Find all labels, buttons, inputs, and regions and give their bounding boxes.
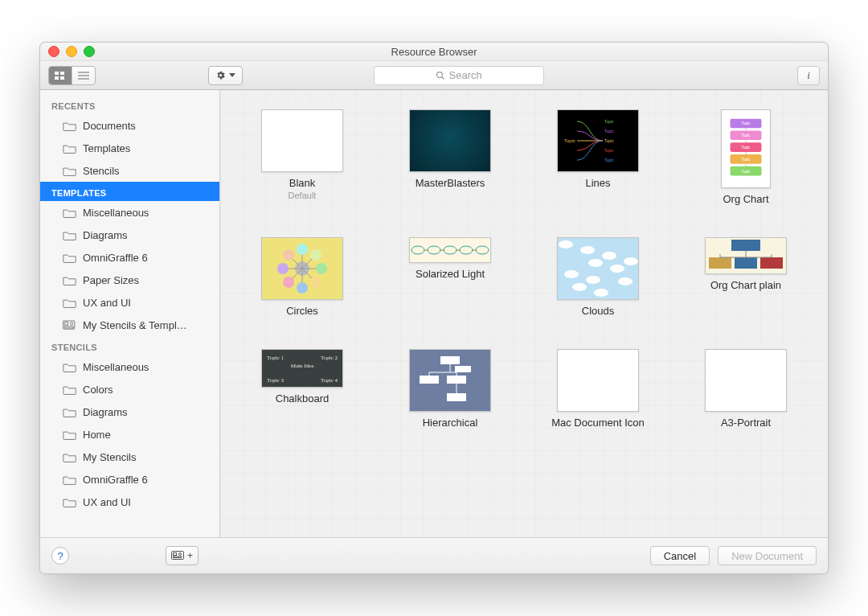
folder-icon	[63, 143, 76, 154]
template-thumbnail	[557, 237, 639, 300]
action-menu-button[interactable]	[208, 66, 243, 85]
folder-icon	[63, 298, 76, 308]
template-thumbnail	[409, 109, 491, 172]
svg-rect-3	[60, 76, 64, 80]
svg-point-8	[436, 72, 442, 77]
gear-icon	[215, 70, 226, 80]
svg-point-57	[444, 246, 457, 254]
svg-text:Topic: Topic	[604, 148, 614, 153]
template-label: Solarized Light	[416, 268, 485, 280]
template-thumbnail	[557, 349, 639, 412]
minimize-window-icon[interactable]	[66, 46, 77, 57]
template-label: Clouds	[582, 305, 614, 317]
sidebar-item[interactable]: Diagrams	[40, 224, 219, 246]
template-item[interactable]: Topic TopicTopicTopicTopicTopic Lines	[538, 109, 657, 205]
template-item[interactable]: TopicTopicTopicTopicTopicOrg Chart	[686, 109, 805, 205]
sidebar-item-label: My Stencils	[83, 451, 136, 463]
info-button[interactable]: i	[797, 66, 820, 85]
sidebar-item[interactable]: Templates	[40, 137, 219, 159]
sidebar-item[interactable]: OmniGraffle 6	[40, 468, 219, 491]
svg-point-65	[610, 265, 624, 273]
sidebar-item[interactable]: My Stencils & Templ…	[40, 314, 219, 336]
plus-icon: +	[187, 550, 193, 561]
cancel-button[interactable]: Cancel	[650, 546, 710, 565]
sidebar-item[interactable]: My Stencils	[40, 446, 219, 468]
svg-point-55	[411, 246, 424, 254]
zoom-window-icon[interactable]	[84, 46, 95, 57]
help-button[interactable]: ?	[51, 547, 69, 565]
sidebar-section-header[interactable]: TEMPLATES	[40, 182, 219, 201]
svg-text:Topic: Topic	[604, 119, 614, 124]
svg-rect-86	[455, 366, 471, 372]
svg-point-63	[618, 277, 633, 285]
add-stencil-button[interactable]: +	[166, 546, 199, 565]
template-item[interactable]: A3-Portrait	[686, 349, 805, 429]
template-label: Hierarchical	[423, 417, 478, 429]
sidebar-section-header[interactable]: RECENTS	[40, 95, 219, 114]
template-item[interactable]: Solarized Light	[391, 237, 510, 317]
folder-icon	[63, 407, 76, 417]
titlebar: Resource Browser	[40, 43, 828, 61]
list-view-icon	[78, 72, 89, 80]
template-sublabel: Default	[289, 191, 317, 200]
svg-text:Topic: Topic	[742, 146, 751, 150]
sidebar-item-label: Diagrams	[83, 406, 128, 418]
folder-icon	[63, 230, 76, 240]
sidebar-item[interactable]: Diagrams	[40, 400, 219, 423]
svg-point-42	[297, 282, 308, 294]
template-item[interactable]: BlankDefault	[243, 109, 362, 205]
svg-point-62	[588, 259, 603, 267]
svg-text:Topic: Topic	[742, 133, 751, 138]
template-item[interactable]: Hierarchical	[391, 349, 510, 429]
search-icon	[436, 71, 445, 80]
svg-point-44	[283, 277, 294, 288]
template-item[interactable]: Org Chart plain	[686, 237, 805, 317]
grid-view-icon	[55, 72, 66, 80]
svg-point-70	[624, 257, 638, 265]
folder-icon	[63, 166, 76, 176]
folder-icon	[63, 384, 76, 395]
search-placeholder: Search	[449, 69, 482, 81]
sidebar-section-header[interactable]: STENCILS	[40, 336, 219, 355]
sidebar-item[interactable]: Stencils	[40, 159, 219, 182]
sidebar-item[interactable]: Miscellaneous	[40, 355, 219, 378]
template-grid-area: BlankDefaultMasterBlasters Topic TopicTo…	[220, 90, 828, 537]
folder-icon	[63, 362, 76, 372]
sidebar-item[interactable]: Paper Sizes	[40, 269, 219, 291]
svg-point-38	[316, 263, 327, 274]
template-item[interactable]: MasterBlasters	[391, 109, 510, 205]
template-thumbnail	[409, 237, 491, 263]
sidebar-item[interactable]: Documents	[40, 114, 219, 137]
sidebar-item[interactable]: Miscellaneous	[40, 201, 219, 224]
sidebar-item[interactable]: UX and UI	[40, 491, 219, 513]
sidebar-item-label: UX and UI	[83, 297, 131, 309]
search-input[interactable]: Search	[374, 66, 544, 85]
svg-point-69	[594, 289, 608, 297]
sidebar-item[interactable]: Colors	[40, 378, 219, 400]
window-title: Resource Browser	[391, 46, 477, 58]
template-label: Org Chart plain	[710, 279, 781, 291]
template-item[interactable]: Clouds	[538, 237, 657, 317]
chevron-down-icon	[229, 73, 235, 77]
svg-rect-73	[731, 240, 760, 251]
template-item[interactable]: Main IdeaTopic 1Topic 2Topic 3Topic 4Cha…	[243, 349, 362, 429]
svg-rect-93	[174, 552, 177, 555]
svg-text:Topic: Topic	[604, 158, 614, 162]
template-item[interactable]: Mac Document Icon	[538, 349, 657, 429]
template-label: Org Chart	[723, 193, 768, 205]
sidebar-item[interactable]: Home	[40, 423, 219, 446]
svg-point-59	[476, 246, 489, 254]
svg-point-94	[179, 552, 182, 555]
template-thumbnail	[261, 109, 343, 172]
stencil-icon	[171, 551, 186, 561]
grid-view-button[interactable]	[49, 67, 72, 84]
close-window-icon[interactable]	[48, 46, 59, 57]
sidebar-item-label: My Stencils & Templ…	[83, 319, 187, 331]
sidebar-item[interactable]: OmniGraffle 6	[40, 246, 219, 269]
folder-icon	[63, 275, 76, 285]
template-item[interactable]: Circles	[243, 237, 362, 317]
sidebar-item[interactable]: UX and UI	[40, 291, 219, 314]
svg-point-52	[310, 249, 321, 261]
list-view-button[interactable]	[72, 67, 95, 84]
new-document-button[interactable]: New Document	[718, 546, 817, 565]
